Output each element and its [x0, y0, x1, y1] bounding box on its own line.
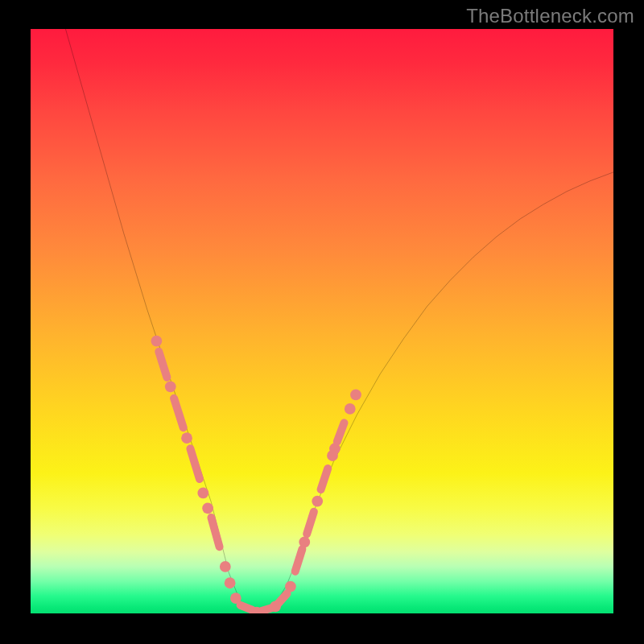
- overlay-dot: [299, 537, 310, 548]
- curve-group: [65, 29, 613, 613]
- overlay-dot: [312, 496, 323, 507]
- overlay-dot: [165, 381, 176, 392]
- overlay-dashes: [159, 352, 344, 611]
- overlay-dot: [197, 488, 208, 499]
- watermark-text: TheBottleneck.com: [466, 5, 634, 27]
- overlay-dot: [220, 561, 231, 572]
- overlay-dot: [230, 592, 242, 604]
- overlay-dash: [295, 549, 303, 572]
- overlay-dot: [329, 443, 341, 454]
- overlay-dot: [202, 502, 213, 514]
- overlay-dash: [174, 398, 184, 427]
- overlay-dot: [151, 336, 163, 347]
- plot-area: [31, 29, 613, 613]
- curve-svg: [31, 29, 613, 613]
- overlay-dash: [337, 423, 345, 441]
- overlay-dot: [345, 403, 356, 415]
- overlay-dot: [181, 432, 192, 444]
- overlay-dot: [270, 601, 281, 612]
- overlay-dot: [350, 390, 361, 401]
- bottleneck-curve: [65, 29, 613, 613]
- overlay-dash: [241, 605, 252, 610]
- chart-frame: TheBottleneck.com: [0, 0, 644, 644]
- overlay-dash: [321, 469, 328, 489]
- overlay-dash: [307, 512, 314, 535]
- overlay-dot: [285, 581, 296, 592]
- overlay-dash: [159, 352, 167, 378]
- overlay-dash: [211, 518, 219, 547]
- overlay-dot: [225, 577, 236, 588]
- overlay-dash: [190, 448, 200, 479]
